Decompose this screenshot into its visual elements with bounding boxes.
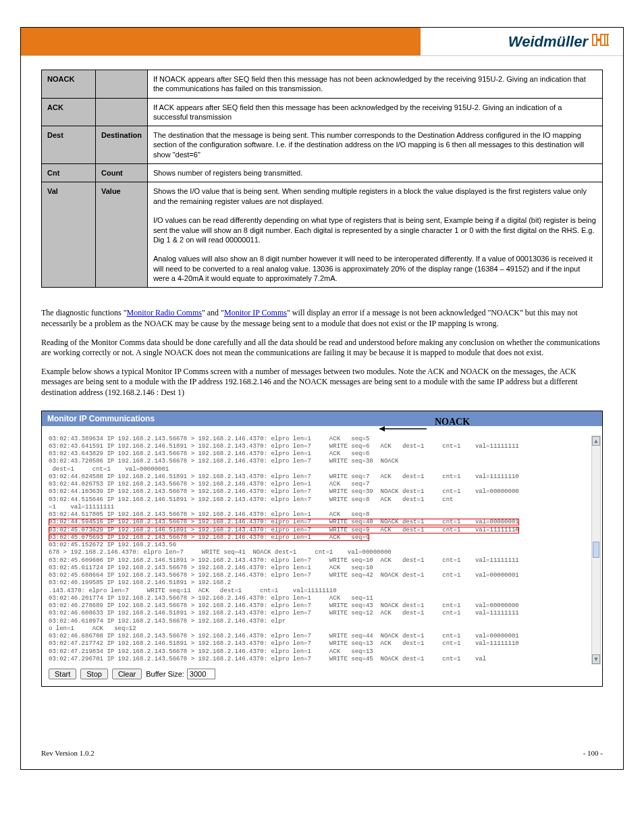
paragraph-2: Reading of the Monitor Comms data should… xyxy=(41,338,603,359)
buffer-size-label: Buffer Size: xyxy=(146,670,184,678)
paragraph-1: The diagnostic functions "Monitor Radio … xyxy=(41,308,603,329)
brand-symbol-icon xyxy=(592,32,610,51)
desc-cell: If ACK appears after SEQ field then this… xyxy=(147,98,602,126)
svg-marker-1 xyxy=(379,426,385,432)
link-monitor-radio[interactable]: Monitor Radio Comms xyxy=(127,308,202,317)
p1-b: " and " xyxy=(202,308,224,317)
table-row: NOACKIf NOACK appears after SEQ field th… xyxy=(42,70,603,99)
log-textarea[interactable]: 03:02:43.389634 IP 192.168.2.143.56678 >… xyxy=(49,436,595,664)
body-paragraphs: The diagnostic functions "Monitor Radio … xyxy=(41,308,603,398)
page-footer: Rev Version 1.0.2 - 100 - xyxy=(41,749,603,757)
term-blank-cell: Value xyxy=(96,182,148,288)
desc-cell: Shows the I/O value that is being sent. … xyxy=(147,182,602,288)
term-blank-cell: Destination xyxy=(96,126,148,164)
term-cell: NOACK xyxy=(42,70,96,99)
header-accent xyxy=(21,28,29,55)
term-cell: ACK xyxy=(42,98,96,126)
table-row: DestDestinationThe destination that the … xyxy=(42,126,603,164)
noack-annotation: NOACK xyxy=(435,417,470,427)
header-orange-bar xyxy=(29,28,434,55)
brand-text: Weidmüller xyxy=(508,33,588,51)
term-blank-cell xyxy=(96,70,148,99)
stop-button[interactable]: Stop xyxy=(80,669,108,679)
desc-cell: The destination that the message is bein… xyxy=(147,126,602,164)
clear-button[interactable]: Clear xyxy=(112,669,142,679)
link-monitor-ip[interactable]: Monitor IP Comms xyxy=(224,308,287,317)
monitor-panel: Monitor IP Communications 03:02:43.38963… xyxy=(41,411,603,687)
term-cell: Cnt xyxy=(42,164,96,182)
footer-page-number: - 100 - xyxy=(583,749,603,757)
buffer-size-input[interactable] xyxy=(187,669,215,679)
table-row: ValValueShows the I/O value that is bein… xyxy=(42,182,603,288)
monitor-controls: Start Stop Clear Buffer Size: xyxy=(49,667,595,682)
desc-cell: If NOACK appears after SEQ field then th… xyxy=(147,70,602,99)
page-header: Weidmüller xyxy=(21,28,623,56)
header-logo-area: Weidmüller xyxy=(421,28,623,55)
desc-cell: Shows number of registers being transmit… xyxy=(147,164,602,182)
term-blank-cell: Count xyxy=(96,164,148,182)
term-cell: Dest xyxy=(42,126,96,164)
p1-a: The diagnostic functions " xyxy=(41,308,127,317)
table-row: CntCountShows number of registers being … xyxy=(42,164,603,182)
monitor-body: 03:02:43.389634 IP 192.168.2.143.56678 >… xyxy=(42,426,602,687)
monitor-titlebar: Monitor IP Communications xyxy=(42,411,602,426)
table-row: ACKIf ACK appears after SEQ field then t… xyxy=(42,98,603,126)
footer-version: Rev Version 1.0.2 xyxy=(41,749,95,757)
scroll-up-icon[interactable]: ▲ xyxy=(592,436,600,446)
scroll-thumb[interactable] xyxy=(593,542,599,558)
scrollbar-track[interactable]: ▲ ▼ xyxy=(591,436,601,665)
paragraph-3: Example below shows a typical Monitor IP… xyxy=(41,367,603,398)
buffer-size-group: Buffer Size: xyxy=(146,669,215,679)
term-cell: Val xyxy=(42,182,96,288)
scroll-down-icon[interactable]: ▼ xyxy=(592,654,600,664)
start-button[interactable]: Start xyxy=(49,669,76,679)
brand-logo: Weidmüller xyxy=(508,32,610,51)
definitions-table: NOACKIf NOACK appears after SEQ field th… xyxy=(41,70,603,288)
term-blank-cell xyxy=(96,98,148,126)
